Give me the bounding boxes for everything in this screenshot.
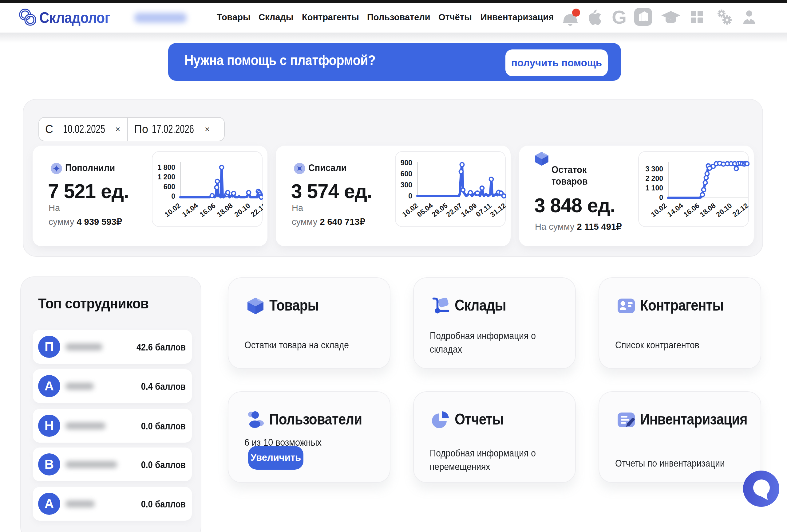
svg-text:900: 900 (401, 159, 412, 167)
svg-text:0: 0 (408, 192, 412, 200)
svg-text:0: 0 (659, 194, 663, 201)
svg-text:14.09: 14.09 (459, 201, 478, 219)
svg-text:1 100: 1 100 (645, 184, 663, 192)
svg-text:3 300: 3 300 (645, 165, 663, 173)
svg-text:10.02: 10.02 (401, 201, 419, 219)
svg-text:18.08: 18.08 (698, 201, 717, 219)
svg-text:20.10: 20.10 (233, 201, 252, 219)
svg-text:1 800: 1 800 (157, 163, 175, 171)
svg-text:20.10: 20.10 (715, 201, 733, 219)
svg-text:05.04: 05.04 (415, 201, 434, 219)
svg-text:300: 300 (401, 181, 412, 189)
svg-text:10.02: 10.02 (649, 201, 668, 219)
svg-text:14.04: 14.04 (665, 201, 685, 219)
svg-text:G: G (612, 6, 626, 28)
svg-text:600: 600 (164, 183, 175, 191)
svg-text:10.02: 10.02 (163, 201, 182, 219)
svg-text:1 200: 1 200 (157, 173, 175, 181)
svg-text:18.08: 18.08 (215, 201, 234, 219)
svg-text:0: 0 (171, 192, 175, 200)
svg-text:29.05: 29.05 (430, 201, 449, 219)
svg-text:31.12: 31.12 (489, 201, 506, 219)
svg-text:07.11: 07.11 (474, 201, 493, 218)
svg-text:2 200: 2 200 (645, 175, 663, 182)
svg-text:14.04: 14.04 (180, 201, 199, 219)
svg-text:16.06: 16.06 (682, 201, 701, 219)
svg-text:22.12: 22.12 (731, 201, 749, 219)
svg-text:600: 600 (401, 170, 412, 178)
svg-text:16.06: 16.06 (198, 201, 217, 219)
svg-text:22.07: 22.07 (445, 201, 463, 219)
svg-text:22.12: 22.12 (249, 201, 263, 219)
